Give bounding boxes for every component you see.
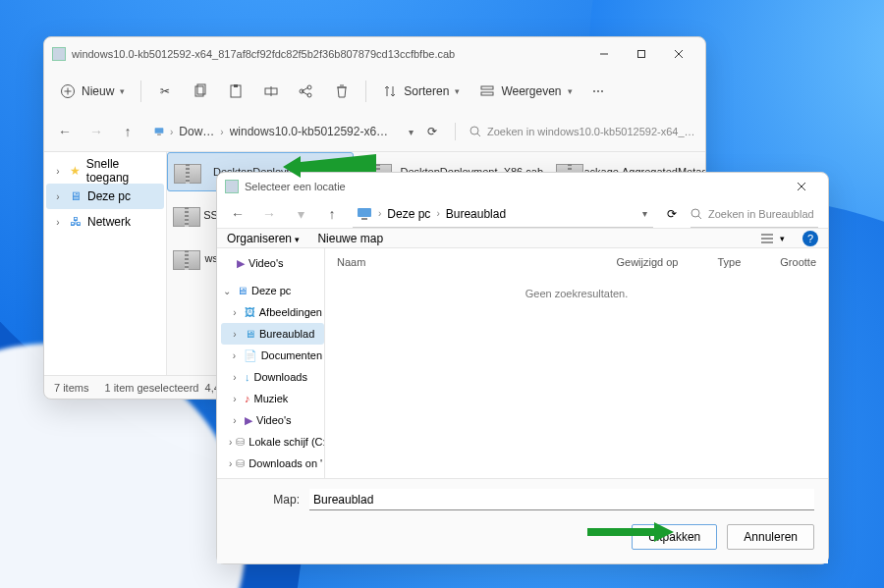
share-icon <box>299 83 314 99</box>
maximize-button[interactable] <box>623 40 660 68</box>
tree-desktop[interactable]: ›🖥Bureaublad <box>221 323 324 345</box>
minimize-button[interactable] <box>585 40 623 68</box>
svg-point-26 <box>691 209 699 217</box>
dialog-footer: Map: Uitpakken Annuleren <box>217 478 828 563</box>
folder-label: Map: <box>231 493 300 507</box>
paste-button[interactable] <box>220 77 251 106</box>
pc-icon: 🖥 <box>237 285 248 296</box>
sidebar-item-quick[interactable]: ›★Snelle toegang <box>46 158 164 184</box>
new-folder-button[interactable]: Nieuwe map <box>317 232 383 245</box>
dialog-address: ← → ▾ ↑ › Deze pc › Bureaublad ▾ ⟳ Zoeke… <box>217 200 828 228</box>
forward-button[interactable]: → <box>85 124 107 139</box>
dialog-search[interactable]: Zoeken in Bureaublad <box>691 200 818 228</box>
back-button[interactable]: ← <box>54 124 76 139</box>
svg-rect-24 <box>358 208 371 217</box>
dialog-titlebar: Selecteer een locatie <box>217 173 828 200</box>
dialog-title: Selecteer een locatie <box>245 181 346 192</box>
svg-rect-17 <box>481 92 493 95</box>
dialog-file-list: Naam Gewijzigd op Type Grootte Geen zoek… <box>325 248 828 478</box>
rename-icon <box>263 83 279 99</box>
tree-downloads[interactable]: ›↓Downloads <box>221 366 324 388</box>
sort-icon <box>382 83 398 99</box>
video-icon: ▶ <box>237 257 245 270</box>
documents-icon: 📄 <box>244 349 257 362</box>
cab-file-icon <box>225 180 239 193</box>
cab-icon <box>169 242 196 274</box>
view-button[interactable]: Weergeven▾ <box>471 77 580 106</box>
svg-rect-1 <box>638 51 645 58</box>
search-icon <box>691 208 702 220</box>
help-icon[interactable]: ? <box>802 231 818 246</box>
close-button[interactable] <box>660 40 697 68</box>
organize-button[interactable]: Organiseren ▾ <box>227 232 300 245</box>
up-button[interactable]: ↑ <box>321 206 343 222</box>
refresh-button[interactable]: ⟳ <box>663 207 681 221</box>
copy-icon <box>193 83 208 99</box>
tree-videos[interactable]: ▶Video's <box>221 252 324 274</box>
svg-line-27 <box>698 216 701 219</box>
folder-tree: ▶Video's ⌄🖥Deze pc ›🖼Afbeeldingen ›🖥Bure… <box>217 248 325 478</box>
folder-input[interactable] <box>309 489 814 510</box>
desktop-icon: 🖥 <box>245 328 255 340</box>
up-button[interactable]: ↑ <box>117 124 138 139</box>
cab-icon <box>170 156 205 187</box>
copy-button[interactable] <box>185 77 216 106</box>
share-button[interactable] <box>291 77 322 106</box>
forward-button[interactable]: → <box>258 206 280 222</box>
disk-icon: ⛁ <box>236 457 245 470</box>
music-icon: ♪ <box>245 393 250 404</box>
sort-button[interactable]: Sorteren▾ <box>374 77 468 106</box>
tree-thispc[interactable]: ⌄🖥Deze pc <box>221 280 324 301</box>
cab-file-icon <box>52 47 66 61</box>
tree-videos2[interactable]: ›▶Video's <box>221 409 324 431</box>
nav-pane: ›★Snelle toegang ›🖥Deze pc ›🖧Netwerk <box>44 152 167 375</box>
tree-downloads-on[interactable]: ›⛁Downloads on ' <box>221 453 324 474</box>
svg-rect-10 <box>234 84 238 87</box>
recent-button[interactable]: ▾ <box>290 206 311 222</box>
plus-circle-icon <box>60 83 76 99</box>
sidebar-item-thispc[interactable]: ›🖥Deze pc <box>46 184 164 209</box>
delete-button[interactable] <box>326 77 358 106</box>
dialog-breadcrumb[interactable]: › Deze pc › Bureaublad ▾ <box>353 200 653 228</box>
tree-localdisk[interactable]: ›⛁Lokale schijf (C: <box>221 431 324 453</box>
star-icon: ★ <box>70 164 81 178</box>
cut-button[interactable]: ✂ <box>149 77 181 106</box>
toolbar: Nieuw ▾ ✂ Sorteren▾ Weergeven▾ ⋯ <box>44 71 705 112</box>
view-toggle[interactable]: ▾ <box>760 233 785 244</box>
svg-rect-18 <box>155 128 164 134</box>
column-headers[interactable]: Naam Gewijzigd op Type Grootte <box>337 252 816 276</box>
address-bar: ← → ↑ › Dow… › windows10.0-kb5012592-x64… <box>44 112 705 151</box>
svg-rect-25 <box>361 218 367 220</box>
list-icon <box>760 233 774 244</box>
back-button[interactable]: ← <box>227 206 249 222</box>
extract-dialog: Selecteer een locatie ← → ▾ ↑ › Deze pc … <box>216 172 829 564</box>
cancel-button[interactable]: Annuleren <box>727 524 814 550</box>
extract-button[interactable]: Uitpakken <box>632 524 717 550</box>
svg-line-21 <box>477 134 480 136</box>
close-button[interactable] <box>783 173 820 200</box>
no-results-text: Geen zoekresultaten. <box>337 276 816 299</box>
new-button[interactable]: Nieuw ▾ <box>52 77 133 106</box>
pc-icon: 🖥 <box>70 189 82 203</box>
video-icon: ▶ <box>245 414 252 427</box>
view-icon <box>479 83 495 99</box>
rename-button[interactable] <box>255 77 287 106</box>
window-title: windows10.0-kb5012592-x64_817af8cf92fdc8… <box>72 48 455 60</box>
refresh-button[interactable]: ⟳ <box>423 125 441 138</box>
breadcrumb[interactable]: › Dow… › windows10.0-kb5012592-x64_817af… <box>148 125 399 138</box>
network-icon: 🖧 <box>70 215 82 229</box>
organize-bar: Organiseren ▾ Nieuwe map ▾ ? <box>217 228 828 248</box>
tree-music[interactable]: ›♪Muziek <box>221 388 324 409</box>
chevron-down-icon: ▾ <box>120 86 125 96</box>
svg-rect-19 <box>157 134 161 134</box>
disk-icon: ⛁ <box>236 436 245 449</box>
downloads-icon: ↓ <box>245 371 250 383</box>
search-icon <box>470 126 481 137</box>
scissors-icon: ✂ <box>157 83 173 99</box>
titlebar: windows10.0-kb5012592-x64_817af8cf92fdc8… <box>44 37 705 71</box>
tree-pictures[interactable]: ›🖼Afbeeldingen <box>221 301 324 323</box>
sidebar-item-network[interactable]: ›🖧Netwerk <box>46 209 164 235</box>
search-box[interactable]: Zoeken in windows10.0-kb5012592-x64_817a… <box>470 126 695 137</box>
more-button[interactable]: ⋯ <box>584 77 612 106</box>
tree-documents[interactable]: ›📄Documenten <box>221 345 324 366</box>
